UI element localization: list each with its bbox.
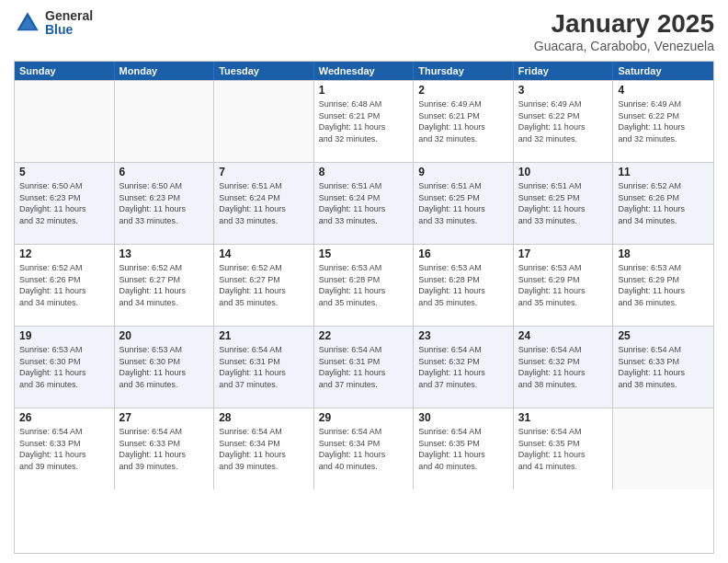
day-cell-18: 18Sunrise: 6:53 AM Sunset: 6:29 PM Dayli… [613,245,713,326]
day-info: Sunrise: 6:49 AM Sunset: 6:22 PM Dayligh… [618,98,709,144]
day-number: 3 [518,84,609,97]
day-number: 21 [219,329,309,342]
weekday-header-monday: Monday [115,62,215,80]
day-cell-31: 31Sunrise: 6:54 AM Sunset: 6:35 PM Dayli… [514,408,614,489]
location: Guacara, Carabobo, Venezuela [534,39,714,53]
logo-general-text: General [45,9,93,23]
day-number: 22 [319,329,409,342]
title-block: January 2025 Guacara, Carabobo, Venezuel… [534,9,714,53]
day-cell-23: 23Sunrise: 6:54 AM Sunset: 6:32 PM Dayli… [414,327,514,408]
day-number: 4 [618,84,709,97]
day-number: 19 [19,329,109,342]
weekday-header-friday: Friday [514,62,614,80]
day-info: Sunrise: 6:51 AM Sunset: 6:25 PM Dayligh… [518,180,609,226]
day-info: Sunrise: 6:52 AM Sunset: 6:26 PM Dayligh… [19,262,109,308]
day-info: Sunrise: 6:49 AM Sunset: 6:22 PM Dayligh… [518,98,609,144]
day-cell-22: 22Sunrise: 6:54 AM Sunset: 6:31 PM Dayli… [314,327,415,408]
day-info: Sunrise: 6:54 AM Sunset: 6:35 PM Dayligh… [418,426,508,472]
calendar: SundayMondayTuesdayWednesdayThursdayFrid… [14,61,714,554]
day-number: 10 [518,166,609,178]
day-info: Sunrise: 6:52 AM Sunset: 6:27 PM Dayligh… [219,262,309,308]
day-number: 15 [319,247,409,260]
day-cell-29: 29Sunrise: 6:54 AM Sunset: 6:34 PM Dayli… [314,408,415,489]
day-cell-28: 28Sunrise: 6:54 AM Sunset: 6:34 PM Dayli… [214,408,314,489]
day-cell-15: 15Sunrise: 6:53 AM Sunset: 6:28 PM Dayli… [314,245,415,326]
day-cell-17: 17Sunrise: 6:53 AM Sunset: 6:29 PM Dayli… [514,245,614,326]
day-number: 20 [119,329,210,342]
day-cell-9: 9Sunrise: 6:51 AM Sunset: 6:25 PM Daylig… [414,163,514,244]
day-number: 24 [518,329,609,342]
day-number: 11 [618,166,709,178]
day-number: 31 [518,411,609,424]
calendar-week-2: 12Sunrise: 6:52 AM Sunset: 6:26 PM Dayli… [15,244,713,326]
day-cell-12: 12Sunrise: 6:52 AM Sunset: 6:26 PM Dayli… [15,245,115,326]
calendar-body: 1Sunrise: 6:48 AM Sunset: 6:21 PM Daylig… [15,80,713,489]
page: General Blue January 2025 Guacara, Carab… [0,0,728,563]
header: General Blue January 2025 Guacara, Carab… [14,9,714,53]
day-cell-empty [15,81,115,162]
day-info: Sunrise: 6:50 AM Sunset: 6:23 PM Dayligh… [19,180,109,226]
day-info: Sunrise: 6:51 AM Sunset: 6:24 PM Dayligh… [219,180,309,226]
day-number: 17 [518,247,609,260]
day-cell-21: 21Sunrise: 6:54 AM Sunset: 6:31 PM Dayli… [214,327,314,408]
day-cell-19: 19Sunrise: 6:53 AM Sunset: 6:30 PM Dayli… [15,327,115,408]
day-info: Sunrise: 6:53 AM Sunset: 6:28 PM Dayligh… [418,262,508,308]
day-number: 1 [319,84,409,97]
day-info: Sunrise: 6:52 AM Sunset: 6:26 PM Dayligh… [618,180,709,226]
day-info: Sunrise: 6:54 AM Sunset: 6:31 PM Dayligh… [319,344,409,390]
day-number: 6 [119,166,210,178]
day-cell-1: 1Sunrise: 6:48 AM Sunset: 6:21 PM Daylig… [314,81,415,162]
day-number: 30 [418,411,508,424]
day-info: Sunrise: 6:54 AM Sunset: 6:31 PM Dayligh… [219,344,309,390]
day-cell-6: 6Sunrise: 6:50 AM Sunset: 6:23 PM Daylig… [115,163,215,244]
calendar-week-3: 19Sunrise: 6:53 AM Sunset: 6:30 PM Dayli… [15,326,713,408]
day-info: Sunrise: 6:54 AM Sunset: 6:33 PM Dayligh… [119,426,210,472]
day-number: 14 [219,247,309,260]
day-info: Sunrise: 6:54 AM Sunset: 6:33 PM Dayligh… [19,426,109,472]
day-number: 26 [19,411,109,424]
day-number: 18 [618,247,709,260]
day-info: Sunrise: 6:51 AM Sunset: 6:24 PM Dayligh… [319,180,409,226]
day-cell-2: 2Sunrise: 6:49 AM Sunset: 6:21 PM Daylig… [414,81,514,162]
day-number: 13 [119,247,210,260]
day-cell-26: 26Sunrise: 6:54 AM Sunset: 6:33 PM Dayli… [15,408,115,489]
day-info: Sunrise: 6:54 AM Sunset: 6:34 PM Dayligh… [219,426,309,472]
day-cell-10: 10Sunrise: 6:51 AM Sunset: 6:25 PM Dayli… [514,163,614,244]
day-number: 28 [219,411,309,424]
day-info: Sunrise: 6:50 AM Sunset: 6:23 PM Dayligh… [119,180,210,226]
day-info: Sunrise: 6:54 AM Sunset: 6:34 PM Dayligh… [319,426,409,472]
day-info: Sunrise: 6:53 AM Sunset: 6:29 PM Dayligh… [618,262,709,308]
day-info: Sunrise: 6:53 AM Sunset: 6:28 PM Dayligh… [319,262,409,308]
day-info: Sunrise: 6:49 AM Sunset: 6:21 PM Dayligh… [418,98,508,144]
day-number: 27 [119,411,210,424]
day-cell-7: 7Sunrise: 6:51 AM Sunset: 6:24 PM Daylig… [214,163,314,244]
calendar-week-4: 26Sunrise: 6:54 AM Sunset: 6:33 PM Dayli… [15,408,713,489]
day-cell-25: 25Sunrise: 6:54 AM Sunset: 6:33 PM Dayli… [613,327,713,408]
weekday-header-wednesday: Wednesday [314,62,415,80]
day-info: Sunrise: 6:51 AM Sunset: 6:25 PM Dayligh… [418,180,508,226]
day-cell-empty [115,81,215,162]
day-cell-8: 8Sunrise: 6:51 AM Sunset: 6:24 PM Daylig… [314,163,415,244]
day-number: 8 [319,166,409,178]
day-number: 16 [418,247,508,260]
calendar-header: SundayMondayTuesdayWednesdayThursdayFrid… [15,62,713,80]
day-number: 23 [418,329,508,342]
calendar-week-0: 1Sunrise: 6:48 AM Sunset: 6:21 PM Daylig… [15,80,713,162]
month-title: January 2025 [534,9,714,39]
day-info: Sunrise: 6:54 AM Sunset: 6:35 PM Dayligh… [518,426,609,472]
day-cell-5: 5Sunrise: 6:50 AM Sunset: 6:23 PM Daylig… [15,163,115,244]
logo-icon [14,9,41,37]
day-cell-empty [214,81,314,162]
day-info: Sunrise: 6:54 AM Sunset: 6:33 PM Dayligh… [618,344,709,390]
calendar-week-1: 5Sunrise: 6:50 AM Sunset: 6:23 PM Daylig… [15,162,713,244]
weekday-header-thursday: Thursday [414,62,514,80]
day-cell-4: 4Sunrise: 6:49 AM Sunset: 6:22 PM Daylig… [613,81,713,162]
day-cell-empty [613,408,713,489]
day-number: 9 [418,166,508,178]
logo-blue-text: Blue [45,23,93,37]
day-cell-20: 20Sunrise: 6:53 AM Sunset: 6:30 PM Dayli… [115,327,215,408]
day-info: Sunrise: 6:48 AM Sunset: 6:21 PM Dayligh… [319,98,409,144]
day-number: 29 [319,411,409,424]
day-cell-3: 3Sunrise: 6:49 AM Sunset: 6:22 PM Daylig… [514,81,614,162]
day-cell-27: 27Sunrise: 6:54 AM Sunset: 6:33 PM Dayli… [115,408,215,489]
